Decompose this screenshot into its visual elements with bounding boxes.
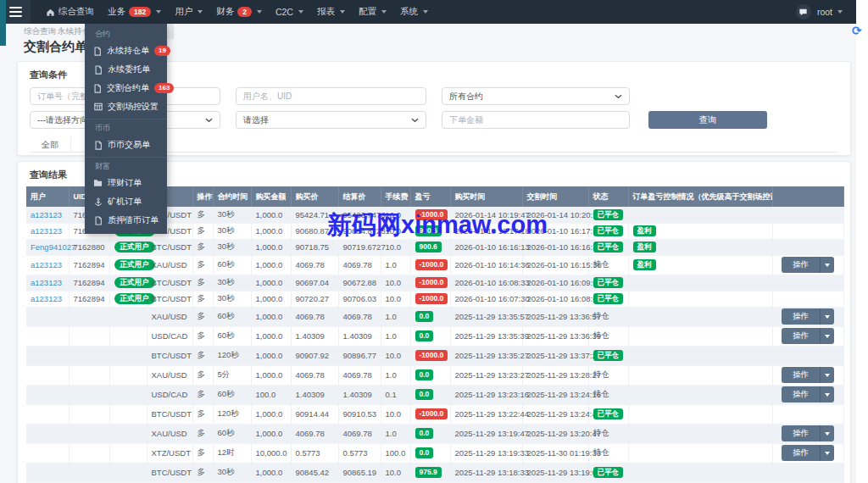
status-badge: 已平仓 (593, 293, 624, 304)
action-button[interactable]: 操作 (782, 257, 820, 273)
cell: 100.0 (381, 443, 410, 463)
action-caret-button[interactable] (820, 308, 834, 325)
cell: 100.0 (251, 385, 291, 404)
refresh-icon[interactable]: ⟳ (852, 25, 862, 36)
cell: 2025-11-30 01:19:33 (522, 443, 588, 463)
search-button[interactable]: 查询 (648, 111, 767, 129)
action-caret-button[interactable] (820, 367, 834, 383)
menu-item-永续持仓单[interactable]: 永续持仓单19 (85, 42, 167, 60)
action-button[interactable]: 操作 (782, 328, 820, 344)
table-row: USD/CAD多60秒1,000.01.403091.403091.00.020… (26, 326, 843, 346)
menu-item-交割合约单[interactable]: 交割合约单163 (85, 79, 167, 97)
contract-select-value: 所有合约 (449, 91, 483, 103)
cell: 1,000.0 (251, 463, 291, 482)
business-dropdown-menu: 合约永续持仓单19永续委托单交割合约单163交割场控设置币币币币交易单财富理财订… (85, 24, 167, 234)
control-badge: 盈利 (633, 242, 656, 253)
cell: 正式用户 (109, 239, 147, 255)
menu-item-质押借币订单[interactable]: 质押借币订单 (85, 211, 167, 230)
column-header: 合约时间 (213, 186, 251, 207)
action-button[interactable]: 操作 (782, 308, 820, 325)
cell: 0.0 (410, 385, 450, 404)
chat-icon[interactable] (796, 4, 811, 19)
menu-item-label: 理财订单 (108, 177, 142, 189)
pnl-badge: 0.0 (415, 369, 434, 380)
user-link[interactable]: a123123 (31, 278, 62, 287)
user-link[interactable]: Feng941027 (31, 242, 75, 252)
action-button[interactable]: 操作 (782, 425, 820, 441)
action-caret-button[interactable] (820, 425, 834, 441)
cell: 操作 (772, 255, 843, 275)
cell (628, 207, 772, 223)
nav-item-用户[interactable]: 用户 (168, 0, 209, 24)
scrollbar-gutter[interactable] (856, 0, 868, 483)
pnl-badge: 0.0 (415, 389, 434, 400)
cell: 已平仓 (588, 404, 628, 424)
cell: 多 (192, 346, 213, 365)
action-caret-button[interactable] (820, 386, 834, 402)
user-link[interactable]: a123123 (31, 294, 62, 303)
cell: -1000.0 (410, 275, 450, 291)
action-caret-button[interactable] (820, 445, 834, 461)
menu-item-交割场控设置[interactable]: 交割场控设置 (85, 97, 167, 116)
cell: 975.9 (410, 463, 450, 482)
status-select[interactable]: 请选择 (236, 111, 426, 129)
nav-item-业务[interactable]: 业务182 (101, 0, 168, 24)
cell: 2026-01-10 16:07:30 (450, 291, 522, 307)
contract-select[interactable]: 所有合约 (442, 87, 630, 105)
cell: 持仓 (588, 255, 628, 275)
user-link[interactable]: a123123 (31, 260, 62, 269)
cell (69, 385, 109, 404)
cell: 95424.71 (291, 207, 338, 223)
action-button[interactable]: 操作 (782, 367, 820, 383)
action-caret-button[interactable] (820, 257, 834, 273)
action-caret-button[interactable] (820, 328, 834, 344)
table-body: a1231237162894正式用户BTC/USDT多30秒1,000.0954… (26, 207, 843, 483)
menu-item-矿机订单[interactable]: 矿机订单 (85, 192, 167, 211)
order-amount-input[interactable] (442, 111, 630, 129)
status-badge: 已平仓 (593, 277, 624, 288)
nav-item-财务[interactable]: 财务2 (209, 0, 269, 24)
nav-item-系统[interactable]: 系统 (393, 0, 435, 24)
cell: 已平仓 (588, 223, 628, 239)
nav-item-报表[interactable]: 报表 (310, 0, 352, 24)
top-navbar: 综合查询业务182用户财务2C2C报表配置系统 root (0, 0, 856, 24)
cell: BTC/USDT (147, 463, 192, 482)
cell: 4069.78 (338, 424, 381, 443)
status-badge: 已平仓 (593, 209, 624, 220)
cell: 多 (192, 291, 213, 307)
cell: 已平仓 (588, 346, 628, 365)
status-text: 持仓 (593, 369, 609, 379)
menu-item-label: 交割场控设置 (108, 101, 159, 113)
cell: 2025-11-29 13:18:33 (450, 463, 522, 482)
cell: 1,000.0 (251, 307, 291, 326)
status-text: 持仓 (593, 311, 609, 320)
user-type-badge: 正式用户 (114, 293, 155, 304)
cell: 多 (192, 443, 213, 463)
menu-item-永续委托单[interactable]: 永续委托单 (85, 60, 167, 79)
table-row: XTZ/USDT多12时10,000.00.57730.5773100.00.0… (26, 443, 843, 463)
cell: 90672.88 (338, 275, 381, 291)
nav-item-C2C[interactable]: C2C (269, 0, 310, 24)
cell: 0.5773 (291, 443, 338, 463)
username-uid-input[interactable] (236, 87, 426, 105)
nav-item-综合查询[interactable]: 综合查询 (39, 0, 101, 24)
action-button[interactable]: 操作 (782, 445, 820, 461)
user-menu[interactable]: root (817, 7, 843, 17)
chevron-down-icon (198, 10, 203, 14)
user-link[interactable]: a123123 (31, 210, 62, 219)
nav-item-配置[interactable]: 配置 (352, 0, 393, 24)
tab-combined-query[interactable]: 综合查询 (24, 26, 56, 37)
cell: 操作 (772, 424, 843, 443)
user-link[interactable]: a123123 (31, 226, 62, 236)
menu-item-币币交易单[interactable]: 币币交易单 (85, 136, 167, 154)
menu-item-理财订单[interactable]: 理财订单 (85, 174, 167, 192)
chevron-down-icon (205, 118, 213, 123)
home-icon (46, 8, 55, 17)
cell: 多 (192, 255, 213, 275)
action-button[interactable]: 操作 (782, 386, 820, 402)
filter-tab-all[interactable]: 全部 (30, 136, 71, 153)
menu-section-header: 财富 (85, 158, 167, 174)
cell: 1,000.0 (251, 291, 291, 307)
cell (69, 326, 109, 346)
nav-item-label: 系统 (400, 6, 418, 18)
